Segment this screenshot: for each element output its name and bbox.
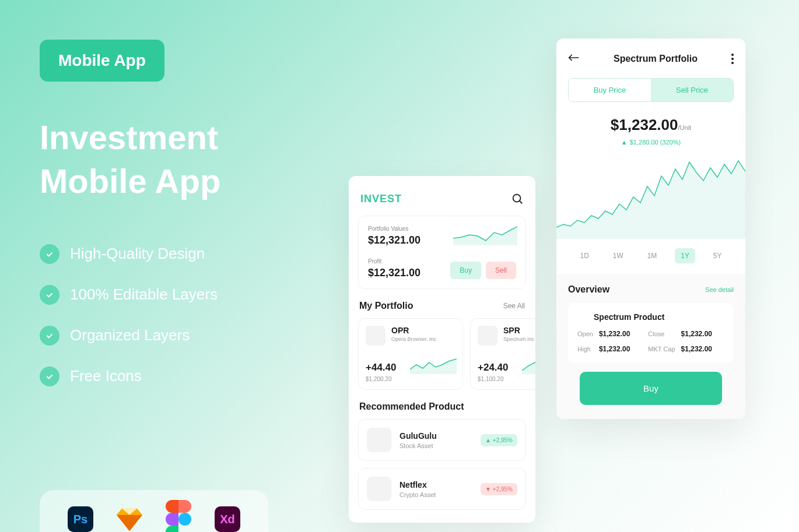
arrow-down-icon: ▼ [485,486,491,492]
svg-point-7 [513,195,521,202]
xd-icon: Xd [215,506,240,532]
buy-button[interactable]: Buy [450,262,481,279]
feature-item: Organized Layers [40,326,296,346]
search-icon[interactable] [511,192,524,205]
portfolio-value-card: Portfolio Values $12,321.00 Profit $12,3… [358,216,526,289]
svg-point-6 [178,513,191,526]
recommended-header: Recommended Product [349,390,535,419]
feature-label: Free Icons [70,367,142,385]
svg-line-8 [520,201,523,204]
stat-mktcap-value: $1,232.00 [681,345,724,353]
my-portfolio-header: My Portfolio See All [349,289,535,318]
arrow-up-icon: ▲ [485,437,491,443]
feature-label: High-Quality Design [70,245,205,263]
asset-symbol: OPR [391,326,436,335]
product-logo-icon [367,477,391,501]
asset-sparkline [410,357,457,374]
price-delta-text: $1,280.00 (320%) [630,139,681,146]
change-badge-down: ▼ +2,95% [481,483,517,495]
tab-sell-price[interactable]: Sell Price [651,79,733,101]
overview-section: Overview See detail Spectrum Product Ope… [556,274,745,419]
price-chart [556,152,745,239]
sell-button[interactable]: Sell [486,262,516,279]
sketch-icon [117,506,142,532]
see-detail-link[interactable]: See detail [705,286,734,293]
more-icon[interactable] [731,54,734,64]
asset-logo-icon [478,326,497,346]
my-portfolio-title: My Portfolio [359,301,413,311]
promo-panel: Mobile App Investment Mobile App High-Qu… [40,40,296,407]
page-title: Spectrum Portfolio [614,54,698,64]
overview-card: Spectrum Product Open $1,232.00 Close $1… [568,303,734,362]
svg-marker-4 [117,515,129,531]
price-type-tabs: Buy Price Sell Price [568,78,734,102]
feature-item: 100% Editable Layers [40,285,296,305]
price-delta: ▲ $1,280.00 (320%) [556,139,745,146]
time-tab-5y[interactable]: 5Y [707,248,728,263]
asset-value: $1,100.20 [478,376,535,382]
tool-icons-bar: Ps Xd [40,490,268,532]
svg-marker-5 [129,515,142,531]
mobile-app-badge: Mobile App [40,40,164,82]
app-header: INVEST [349,176,535,216]
time-tab-1m[interactable]: 1M [642,248,663,263]
recommended-title: Recommended Product [359,401,464,412]
promo-title: Investment Mobile App [40,115,296,203]
time-tab-1d[interactable]: 1D [574,248,594,263]
arrow-up-icon: ▲ [621,139,628,146]
phone-screen-detail: Spectrum Portfolio Buy Price Sell Price … [556,38,745,419]
stat-open-value: $1,232.00 [599,330,642,338]
profit-label: Profit [368,258,420,265]
product-name: GuluGulu [400,431,472,441]
detail-header: Spectrum Portfolio [556,38,745,75]
portfolio-sparkline [453,224,517,245]
product-logo-icon [367,428,391,452]
app-logo: INVEST [360,193,402,205]
time-tab-1w[interactable]: 1W [607,248,629,263]
feature-item: Free Icons [40,367,296,386]
see-all-link[interactable]: See All [503,302,525,310]
stat-close-label: Close [648,330,675,337]
portfolio-card[interactable]: SPR Spectrum.Inc +24.40 $1,100.20 [470,318,535,390]
promo-title-line2: Mobile App [40,159,296,203]
stat-close-value: $1,232.00 [681,330,724,338]
overview-title: Overview [568,284,609,295]
buy-action-button[interactable]: Buy [580,372,722,405]
check-icon [40,244,59,264]
price-display: $1,232.00/Unit ▲ $1,280.00 (320%) [556,116,745,146]
time-range-tabs: 1D 1W 1M 1Y 5Y [556,241,745,274]
product-name: Netflex [400,480,472,489]
recommended-item[interactable]: GuluGulu Stock Asset ▲ +2,95% [358,419,526,461]
product-type: Stock Asset [400,442,472,449]
change-percent: +2,95% [493,486,513,492]
stat-high-label: High [577,346,593,353]
tab-buy-price[interactable]: Buy Price [569,79,651,101]
asset-company: Spectrum.Inc [503,336,534,342]
portfolio-cards-row: OPR Opera Browser. Inc +44.40 $1,200.20 … [349,318,535,390]
asset-symbol: SPR [503,326,534,335]
stat-open-label: Open [577,330,593,337]
recommended-list: GuluGulu Stock Asset ▲ +2,95% Netflex Cr… [349,419,535,510]
time-tab-1y[interactable]: 1Y [675,248,695,263]
unit-price: $1,232.00 [611,116,678,133]
asset-logo-icon [366,326,386,346]
promo-title-line1: Investment [40,115,296,159]
overview-product-name: Spectrum Product [577,312,724,322]
change-percent: +2,95% [493,437,513,443]
feature-item: High-Quality Design [40,244,296,264]
stat-high-value: $1,232.00 [599,345,642,353]
stat-mktcap-label: MKT Cap [648,346,675,353]
change-badge-up: ▲ +2,95% [481,434,517,446]
photoshop-icon: Ps [68,506,93,532]
asset-sparkline [522,357,535,374]
figma-icon [166,506,191,532]
check-icon [40,326,59,346]
check-icon [40,285,59,305]
back-icon[interactable] [568,54,580,64]
recommended-item[interactable]: Netflex Crypto Asset ▼ +2,95% [358,468,526,510]
asset-company: Opera Browser. Inc [391,336,436,342]
portfolio-card[interactable]: OPR Opera Browser. Inc +44.40 $1,200.20 [358,318,463,390]
price-unit: /Unit [678,124,692,131]
feature-label: Organized Layers [70,326,190,344]
asset-value: $1,200.20 [366,376,455,382]
